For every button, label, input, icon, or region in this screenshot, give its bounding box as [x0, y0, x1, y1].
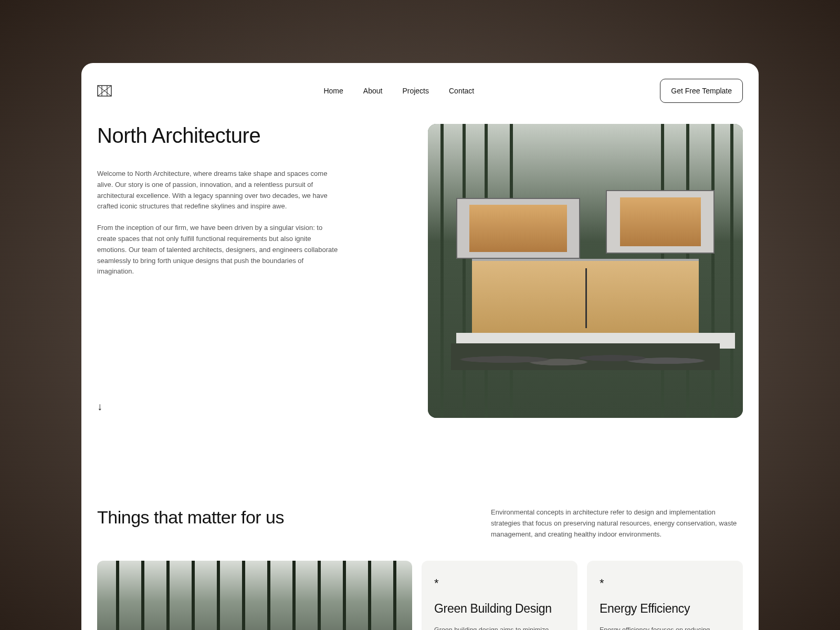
hero-left: North Architecture Welcome to North Arch…	[97, 124, 407, 418]
scroll-down-icon[interactable]: ↓	[97, 401, 407, 413]
nav-link-about[interactable]: About	[363, 87, 383, 95]
section-heading: Things that matter for us	[97, 507, 438, 528]
logo[interactable]	[97, 85, 112, 97]
card-title: Energy Efficiency	[600, 602, 730, 616]
hero-paragraph-1: Welcome to North Architecture, where dre…	[97, 169, 339, 212]
section-subtitle: Environmental concepts in architecture r…	[491, 507, 743, 540]
hero: North Architecture Welcome to North Arch…	[97, 124, 743, 418]
star-icon: *	[600, 576, 730, 590]
hero-paragraph-2: From the inception of our firm, we have …	[97, 223, 339, 277]
logo-icon	[97, 85, 112, 97]
page-title: North Architecture	[97, 124, 407, 148]
section-matters: Things that matter for us Environmental …	[97, 507, 743, 540]
top-nav: Home About Projects Contact Get Free Tem…	[97, 79, 743, 103]
nav-links: Home About Projects Contact	[323, 87, 474, 95]
card-body: Energy efficiency focuses on reducing en…	[600, 625, 730, 630]
page: Home About Projects Contact Get Free Tem…	[81, 63, 759, 630]
card-green-building: * Green Building Design Green building d…	[422, 561, 578, 630]
star-icon: *	[434, 576, 565, 590]
card-title: Green Building Design	[434, 602, 565, 616]
card-body: Green building design aims to minimize e…	[434, 625, 565, 630]
nav-link-contact[interactable]: Contact	[449, 87, 474, 95]
nav-link-projects[interactable]: Projects	[402, 87, 429, 95]
cards-row: * Green Building Design Green building d…	[97, 561, 743, 630]
hero-image	[428, 124, 743, 418]
card-energy-efficiency: * Energy Efficiency Energy efficiency fo…	[587, 561, 743, 630]
nav-link-home[interactable]: Home	[323, 87, 343, 95]
forest-image-card	[97, 561, 412, 630]
get-template-button[interactable]: Get Free Template	[660, 79, 743, 103]
